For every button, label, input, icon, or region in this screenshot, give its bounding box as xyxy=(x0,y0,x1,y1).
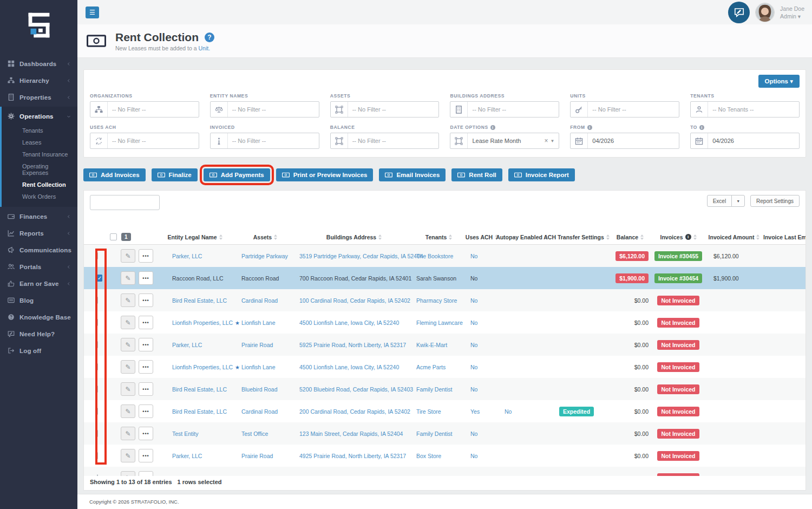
row-more-actions-button[interactable]: ••• xyxy=(139,404,153,418)
row-more-actions-button[interactable]: ••• xyxy=(139,293,153,307)
building-address-link[interactable]: 100 Cardinal Road, Cedar Rapids, IA 5240… xyxy=(299,297,410,304)
asset-link[interactable]: Bluebird Road xyxy=(241,386,278,393)
row-more-actions-button[interactable]: ••• xyxy=(139,316,153,329)
sidebar-item-communications[interactable]: Communications xyxy=(0,242,77,258)
building-address-link[interactable]: 5925 Prairie Road, North Liberty, IA 523… xyxy=(299,342,406,348)
table-row[interactable]: ✎ ••• Bird Real Estate, LLC Bluebird Roa… xyxy=(84,378,806,400)
assets-filter-input[interactable]: -- No Filter -- xyxy=(330,101,440,118)
column-header-invoiced-amount[interactable]: Invoiced Amount xyxy=(709,234,760,240)
row-checkbox[interactable] xyxy=(97,474,98,476)
help-icon[interactable]: ? xyxy=(205,32,214,42)
sidebar-item-portals[interactable]: Portals xyxy=(0,258,77,275)
sidebar-item-reports[interactable]: Reports xyxy=(0,225,77,242)
sidebar-item-operating-expenses[interactable]: Operating Expenses xyxy=(2,160,77,179)
add-payments-button[interactable]: Add Payments xyxy=(204,168,270,181)
table-row[interactable]: ✎ ••• Parker, LLC Prairie Road 4925 Prai… xyxy=(84,445,806,467)
row-more-actions-button[interactable]: ••• xyxy=(139,449,153,462)
row-more-actions-button[interactable]: ••• xyxy=(139,249,153,263)
tenant-link[interactable]: Family Dentist xyxy=(416,386,453,393)
column-header-autopay-enabled[interactable]: Autopay Enabled xyxy=(496,234,548,240)
column-header-invoices[interactable]: Invoicesi xyxy=(660,234,696,240)
sidebar-item-knowledge-base[interactable]: Knowledge Base xyxy=(0,309,77,325)
from-date-input[interactable]: 04/2026 xyxy=(570,133,679,149)
avatar[interactable] xyxy=(755,3,775,22)
building-address-link[interactable]: 123 Main Street, Cedar Rapids, IA 52404 xyxy=(299,430,403,437)
building-address-link[interactable]: 5200 Bluebird Road, Cedar Rapids, IA 524… xyxy=(299,386,413,393)
sidebar-item-hierarchy[interactable]: Hierarchy xyxy=(0,72,77,89)
edit-row-button[interactable]: ✎ xyxy=(121,316,135,329)
date-options-select[interactable]: Lease Rate Month×▼ xyxy=(450,133,559,149)
entity-legal-name-link[interactable]: Raccoon Road, LLC xyxy=(172,275,224,282)
sidebar-item-finances[interactable]: Finances xyxy=(0,208,77,225)
sidebar-item-work-orders[interactable]: Work Orders xyxy=(2,191,77,203)
sidebar-item-dashboards[interactable]: Dashboards xyxy=(0,55,77,72)
asset-link[interactable]: Lionfish Lane xyxy=(241,319,275,326)
menu-toggle-button[interactable]: ☰ xyxy=(86,6,99,18)
edit-row-button[interactable]: ✎ xyxy=(121,360,135,374)
column-header-tenants[interactable]: Tenants xyxy=(425,234,452,240)
options-button[interactable]: Options ▾ xyxy=(758,75,800,88)
user-menu[interactable]: Jane Doe Admin ▾ xyxy=(780,5,804,20)
building-address-link[interactable]: 4500 Lionfish Lane, Iowa City, IA 52240 xyxy=(299,364,399,370)
sidebar-item-need-help[interactable]: Need Help? xyxy=(0,325,77,342)
asset-link[interactable]: Raccoon Road xyxy=(241,275,279,282)
entity-legal-name-link[interactable]: Parker, LLC xyxy=(172,342,202,348)
row-checkbox[interactable] xyxy=(97,408,98,415)
tenant-link[interactable]: Tire Store xyxy=(416,408,441,415)
feedback-button[interactable] xyxy=(728,2,750,23)
column-header-invoice-last-emailed[interactable]: Invoice Last Ema xyxy=(763,234,806,240)
row-checkbox[interactable] xyxy=(97,297,98,304)
table-row[interactable]: ✎ ••• Parker, LLC Partridge Parkway 3519… xyxy=(84,245,806,267)
add-invoices-button[interactable]: Add Invoices xyxy=(83,168,146,181)
tenant-link[interactable]: Acme Parts xyxy=(416,364,446,370)
tenant-link[interactable]: Kwik-E-Mart xyxy=(416,342,447,348)
invoice-badge[interactable]: Invoice #30454 xyxy=(654,273,702,283)
unit-link[interactable]: Unit. xyxy=(199,45,211,51)
entity-legal-name-link[interactable]: Bird Real Estate, LLC xyxy=(172,408,227,415)
caret-down-icon[interactable]: ▼ xyxy=(550,139,559,143)
column-header-buildings-address[interactable]: Buildings Address xyxy=(326,234,382,240)
buildings-address-filter-input[interactable]: -- No Filter -- xyxy=(450,101,559,118)
building-address-link[interactable]: 700 Raccoon Road, Cedar Rapids, IA 52401 xyxy=(299,275,411,282)
row-more-actions-button[interactable]: ••• xyxy=(139,382,153,396)
asset-link[interactable]: Cardinal Road xyxy=(241,297,278,304)
asset-link[interactable]: Partridge Parkway xyxy=(241,253,288,259)
row-more-actions-button[interactable]: ••• xyxy=(139,338,153,351)
table-search-input[interactable] xyxy=(90,195,160,210)
edit-row-button[interactable]: ✎ xyxy=(121,449,135,462)
uses-ach-filter-input[interactable]: -- No Filter -- xyxy=(90,133,199,149)
tenants-filter-input[interactable]: -- No Tenants -- xyxy=(690,101,800,118)
report-settings-button[interactable]: Report Settings xyxy=(750,195,800,207)
table-row[interactable]: ✓ ✎ ••• Raccoon Road, LLC Raccoon Road 7… xyxy=(84,267,806,289)
row-checkbox[interactable] xyxy=(97,341,98,348)
asset-link[interactable]: Prairie Road xyxy=(241,342,273,348)
asset-link[interactable]: Lionfish Lane xyxy=(241,364,275,370)
to-date-input[interactable]: 04/2026 xyxy=(690,133,800,149)
organizations-filter-input[interactable]: -- No Filter -- xyxy=(90,101,199,118)
email-invoices-button[interactable]: Email Invoices xyxy=(379,168,446,181)
edit-row-button[interactable]: ✎ xyxy=(121,404,135,418)
column-header-uses-ach[interactable]: Uses ACH xyxy=(466,234,498,240)
tenant-link[interactable]: The Bookstore xyxy=(416,253,453,259)
entity-legal-name-link[interactable]: Parker, LLC xyxy=(172,253,202,259)
table-row[interactable]: ✎ ••• Lionfish Properties, LLC★ Lionfish… xyxy=(84,311,806,334)
sidebar-item-operations[interactable]: Operations xyxy=(2,108,77,125)
column-header-ach-transfer-settings[interactable]: ACH Transfer Settings xyxy=(543,234,609,240)
sidebar-item-tenant-insurance[interactable]: Tenant Insurance xyxy=(2,148,77,160)
building-address-link[interactable]: 3519 Partridge Parkway, Cedar Rapids, IA… xyxy=(299,253,423,259)
edit-row-button[interactable]: ✎ xyxy=(121,271,135,285)
column-header-assets[interactable]: Assets xyxy=(253,234,277,240)
balance-filter-input[interactable]: -- No Filter -- xyxy=(330,133,440,149)
edit-row-button[interactable]: ✎ xyxy=(121,293,135,307)
sidebar-item-tenants[interactable]: Tenants xyxy=(2,125,77,136)
row-checkbox[interactable] xyxy=(97,319,98,326)
row-checkbox[interactable] xyxy=(97,452,98,459)
invoice-report-button[interactable]: Invoice Report xyxy=(508,168,575,181)
entity-legal-name-link[interactable]: Lionfish Properties, LLC xyxy=(172,364,233,370)
table-row[interactable]: ✎ ••• Bird Real Estate, LLC Cardinal Roa… xyxy=(84,289,806,311)
asset-link[interactable]: Cardinal Road xyxy=(241,408,278,415)
sidebar-item-rent-collection[interactable]: Rent Collection xyxy=(2,179,77,191)
edit-row-button[interactable]: ✎ xyxy=(121,427,135,440)
row-checkbox[interactable]: ✓ xyxy=(97,275,102,282)
tenant-link[interactable]: Family Dentist xyxy=(416,430,453,437)
